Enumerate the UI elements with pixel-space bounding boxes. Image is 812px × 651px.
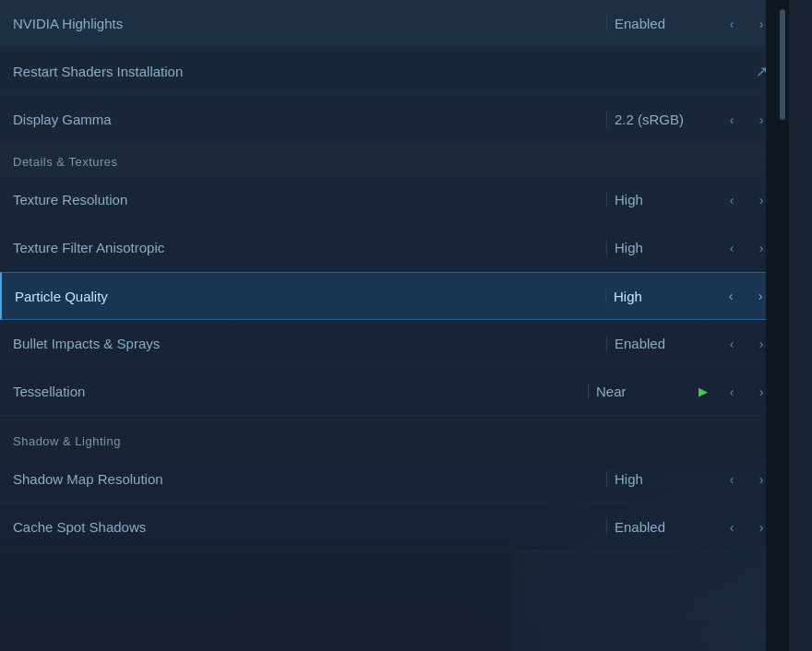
setting-value-display-gamma: 2.2 (sRGB) — [606, 112, 717, 127]
setting-value-area-particle: High ‹ › — [605, 281, 775, 311]
setting-row-texture-filter[interactable]: Texture Filter Anisotropic High ‹ › — [0, 224, 789, 272]
arrow-left-gamma[interactable]: ‹ — [717, 105, 746, 135]
setting-label-particle-quality: Particle Quality — [15, 289, 605, 304]
settings-panel: NVIDIA Highlights Enabled ‹ › Restart Sh… — [0, 0, 789, 651]
setting-row-particle-quality[interactable]: Particle Quality High ‹ › — [0, 272, 789, 320]
arrow-left-texture-filter[interactable]: ‹ — [717, 233, 746, 263]
scrollbar[interactable] — [766, 0, 789, 651]
setting-row-texture-resolution[interactable]: Texture Resolution High ‹ › — [0, 176, 789, 224]
setting-label-nvidia-highlights: NVIDIA Highlights — [13, 16, 606, 31]
setting-value-nvidia-highlights: Enabled — [606, 16, 717, 31]
play-icon: ▶ — [699, 385, 708, 398]
setting-value-area-cache-spot: Enabled ‹ › — [606, 513, 776, 542]
setting-label-cache-spot-shadows: Cache Spot Shadows — [13, 519, 606, 535]
setting-value-tessellation: Near — [588, 384, 699, 399]
setting-label-texture-resolution: Texture Resolution — [13, 192, 606, 207]
setting-label-tessellation: Tessellation — [13, 384, 588, 399]
setting-row-tessellation[interactable]: Tessellation Near ▶ ‹ › — [0, 368, 789, 416]
section-header-shadow: Shadow & Lighting — [0, 423, 789, 456]
setting-value-texture-resolution: High — [606, 192, 717, 207]
arrow-left-bullet[interactable]: ‹ — [717, 329, 746, 359]
setting-value-area-shadow-map: High ‹ › — [606, 465, 776, 494]
setting-value-area-texture-res: High ‹ › — [606, 185, 776, 215]
setting-label-restart-shaders: Restart Shaders Installation — [13, 64, 746, 79]
setting-row-cache-spot-shadows[interactable]: Cache Spot Shadows Enabled ‹ › — [0, 503, 789, 551]
setting-value-area-tessellation: Near ▶ ‹ › — [588, 377, 776, 407]
setting-row-restart-shaders[interactable]: Restart Shaders Installation ↗ — [0, 48, 789, 96]
setting-value-shadow-map-resolution: High — [606, 471, 717, 487]
arrow-left-btn[interactable]: ‹ — [717, 9, 746, 39]
setting-row-shadow-map-resolution[interactable]: Shadow Map Resolution High ‹ › — [0, 456, 789, 503]
setting-value-area-bullet: Enabled ‹ › — [606, 329, 776, 359]
setting-label-display-gamma: Display Gamma — [13, 112, 606, 127]
arrow-left-texture-res[interactable]: ‹ — [717, 185, 746, 215]
setting-value-cache-spot-shadows: Enabled — [606, 519, 717, 535]
setting-value-area: Enabled ‹ › — [606, 9, 776, 39]
setting-row-bullet-impacts[interactable]: Bullet Impacts & Sprays Enabled ‹ › — [0, 320, 789, 368]
arrow-left-particle[interactable]: ‹ — [716, 281, 746, 311]
setting-value-particle-quality: High — [605, 289, 716, 304]
arrow-left-cache-spot[interactable]: ‹ — [717, 513, 746, 542]
scrollbar-thumb[interactable] — [780, 9, 785, 120]
settings-content: NVIDIA Highlights Enabled ‹ › Restart Sh… — [0, 0, 789, 551]
setting-value-area-gamma: 2.2 (sRGB) ‹ › — [606, 105, 776, 135]
setting-row-display-gamma[interactable]: Display Gamma 2.2 (sRGB) ‹ › — [0, 96, 789, 144]
setting-label-shadow-map-resolution: Shadow Map Resolution — [13, 471, 606, 487]
setting-label-texture-filter: Texture Filter Anisotropic — [13, 240, 606, 255]
setting-value-texture-filter: High — [606, 240, 717, 255]
arrow-left-shadow-map[interactable]: ‹ — [717, 465, 746, 494]
setting-label-bullet-impacts: Bullet Impacts & Sprays — [13, 336, 606, 351]
setting-row-nvidia-highlights[interactable]: NVIDIA Highlights Enabled ‹ › — [0, 0, 789, 48]
setting-value-area-texture-filter: High ‹ › — [606, 233, 776, 263]
arrow-left-tessellation[interactable]: ‹ — [717, 377, 746, 407]
setting-value-bullet-impacts: Enabled — [606, 336, 717, 351]
section-header-details: Details & Textures — [0, 144, 789, 176]
